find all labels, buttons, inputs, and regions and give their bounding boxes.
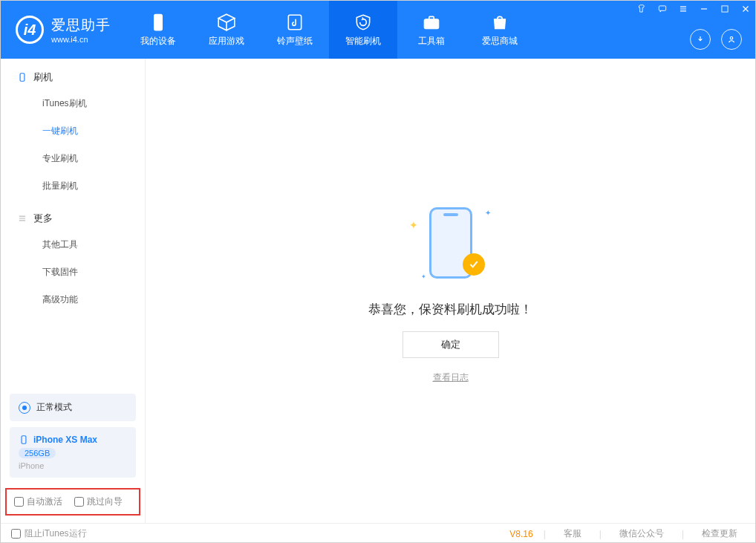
auto-activate-checkbox[interactable]: 自动激活 xyxy=(14,495,62,508)
nav-label: 铃声壁纸 xyxy=(277,35,313,48)
nav-store[interactable]: 爱思商城 xyxy=(466,1,534,59)
sidebar-item-pro[interactable]: 专业刷机 xyxy=(1,145,145,172)
toolbox-icon xyxy=(422,13,441,32)
nav-label: 工具箱 xyxy=(418,35,445,48)
logo: i4 爱思助手 www.i4.cn xyxy=(1,1,124,59)
success-message: 恭喜您，保资料刷机成功啦！ xyxy=(368,301,532,318)
device-name: iPhone XS Max xyxy=(33,435,97,445)
sidebar-section-flash: 刷机 xyxy=(1,59,145,90)
minimize-icon[interactable] xyxy=(699,4,709,14)
customer-service-link[interactable]: 客服 xyxy=(556,527,589,540)
tshirt-icon[interactable] xyxy=(636,4,647,14)
device-icon xyxy=(149,13,168,32)
sidebar-item-firmware[interactable]: 下载固件 xyxy=(1,259,145,286)
sidebar-item-advanced[interactable]: 高级功能 xyxy=(1,286,145,313)
sparkle-icon: ✦ xyxy=(485,209,491,217)
music-icon xyxy=(285,13,304,32)
block-itunes-checkbox[interactable]: 阻止iTunes运行 xyxy=(11,527,87,540)
window-controls xyxy=(636,4,751,14)
check-badge-icon xyxy=(463,253,485,276)
list-icon xyxy=(17,213,27,224)
account-button[interactable] xyxy=(721,29,742,50)
download-button[interactable] xyxy=(690,29,711,50)
sidebar-item-othertools[interactable]: 其他工具 xyxy=(1,231,145,259)
menu-icon[interactable] xyxy=(678,4,688,14)
main-nav: 我的设备 应用游戏 铃声壁纸 智能刷机 工具箱 爱思商城 xyxy=(124,1,534,59)
device-mode-status[interactable]: 正常模式 xyxy=(10,394,136,421)
svg-rect-3 xyxy=(429,16,434,19)
status-dot-icon xyxy=(19,402,30,414)
close-icon[interactable] xyxy=(740,4,751,14)
nav-label: 我的设备 xyxy=(140,35,176,48)
app-url: www.i4.cn xyxy=(51,35,111,44)
title-bar: i4 爱思助手 www.i4.cn 我的设备 应用游戏 铃声壁纸 智能刷机 工具… xyxy=(1,1,755,59)
sidebar-section-more: 更多 xyxy=(1,200,145,231)
refresh-shield-icon xyxy=(353,13,373,32)
status-bar: 阻止iTunes运行 V8.16 | 客服 | 微信公众号 | 检查更新 xyxy=(1,523,755,543)
nav-ringtones[interactable]: 铃声壁纸 xyxy=(261,1,329,59)
device-card[interactable]: iPhone XS Max 256GB iPhone xyxy=(10,427,136,478)
highlighted-options: 自动激活 跳过向导 xyxy=(5,488,140,516)
nav-toolbox[interactable]: 工具箱 xyxy=(397,1,466,59)
nav-my-device[interactable]: 我的设备 xyxy=(124,1,192,59)
nav-label: 应用游戏 xyxy=(209,35,244,48)
device-type: iPhone xyxy=(19,461,127,470)
svg-rect-2 xyxy=(424,19,439,28)
main-content: ✦ ✦ ✦ 恭喜您，保资料刷机成功啦！ 确定 查看日志 xyxy=(146,59,755,523)
skip-guide-checkbox[interactable]: 跳过向导 xyxy=(74,495,123,508)
sparkle-icon: ✦ xyxy=(421,273,426,280)
wechat-link[interactable]: 微信公众号 xyxy=(612,527,671,540)
app-name: 爱思助手 xyxy=(51,16,111,35)
sidebar: 刷机 iTunes刷机 一键刷机 专业刷机 批量刷机 更多 其他工具 下载固件 … xyxy=(1,59,146,523)
sidebar-item-oneclick[interactable]: 一键刷机 xyxy=(1,117,145,145)
bag-icon xyxy=(490,13,509,32)
status-text: 正常模式 xyxy=(36,401,72,414)
check-update-link[interactable]: 检查更新 xyxy=(694,527,745,540)
nav-label: 爱思商城 xyxy=(482,35,518,48)
maximize-icon[interactable] xyxy=(720,4,730,14)
header-actions xyxy=(690,29,742,50)
svg-point-6 xyxy=(730,37,733,40)
svg-rect-4 xyxy=(659,6,665,10)
feedback-icon[interactable] xyxy=(657,4,668,14)
success-illustration: ✦ ✦ ✦ xyxy=(406,198,495,287)
svg-rect-1 xyxy=(288,15,301,30)
svg-rect-0 xyxy=(154,14,163,30)
phone-icon xyxy=(17,72,27,82)
nav-flash[interactable]: 智能刷机 xyxy=(329,1,397,59)
nav-apps[interactable]: 应用游戏 xyxy=(192,1,261,59)
svg-rect-5 xyxy=(722,6,728,12)
nav-label: 智能刷机 xyxy=(345,35,381,48)
cube-icon xyxy=(217,13,236,32)
svg-rect-7 xyxy=(20,74,25,82)
version-label: V8.16 xyxy=(509,529,532,539)
logo-icon: i4 xyxy=(16,16,44,44)
ok-button[interactable]: 确定 xyxy=(403,331,499,358)
sidebar-item-batch[interactable]: 批量刷机 xyxy=(1,172,145,200)
device-icon xyxy=(19,435,29,445)
view-log-link[interactable]: 查看日志 xyxy=(433,371,469,384)
sidebar-item-itunes[interactable]: iTunes刷机 xyxy=(1,90,145,117)
svg-rect-8 xyxy=(22,436,26,444)
device-capacity: 256GB xyxy=(19,448,56,458)
sparkle-icon: ✦ xyxy=(409,219,418,231)
